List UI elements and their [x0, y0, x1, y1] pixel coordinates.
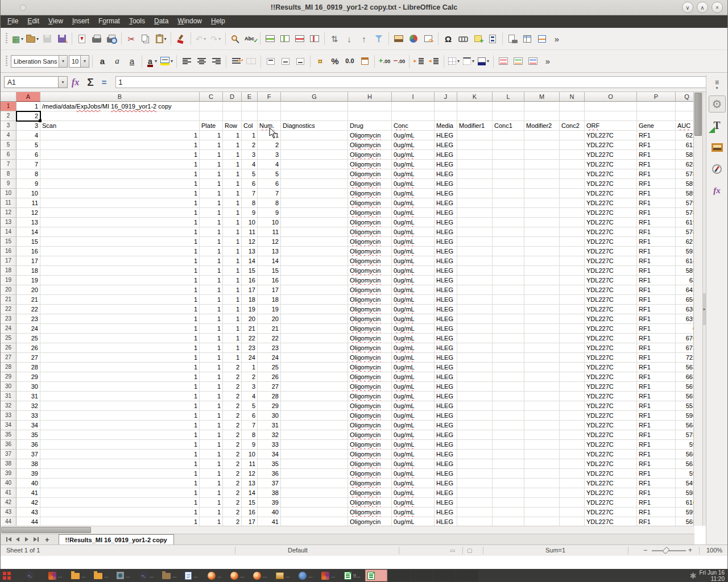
taskbar-firefox-3[interactable]: ... [251, 569, 274, 581]
row-header-15[interactable]: 15 [1, 237, 16, 247]
cell[interactable]: 593 [676, 247, 694, 256]
function-wizard-icon[interactable]: fx [72, 77, 79, 88]
cell[interactable]: 1 [223, 285, 242, 295]
row-header-25[interactable]: 25 [1, 334, 16, 343]
cell[interactable] [281, 421, 348, 430]
cell[interactable]: 1 [200, 488, 223, 498]
cell[interactable]: Oligomycin [348, 218, 392, 227]
cell[interactable]: HLEG [435, 179, 457, 189]
cell[interactable]: 0ug/mL [392, 198, 435, 208]
cell[interactable] [457, 305, 493, 314]
cell[interactable]: AUC [676, 121, 694, 131]
cell[interactable]: 5 [242, 169, 258, 179]
cell[interactable] [493, 382, 524, 392]
cell[interactable]: YDL227C [585, 450, 637, 459]
cell[interactable]: YDL227C [585, 208, 637, 218]
cell[interactable]: YDL227C [585, 479, 637, 488]
cell[interactable] [392, 102, 435, 111]
cell[interactable]: YDL227C [585, 150, 637, 160]
cell[interactable]: 2 [223, 517, 242, 526]
insert-chart-button[interactable] [407, 31, 420, 46]
percent-format-button[interactable]: % [328, 54, 342, 69]
name-box-dropdown-icon[interactable]: ▾ [59, 76, 68, 88]
cell[interactable] [524, 266, 560, 276]
row-header-7[interactable]: 7 [1, 160, 16, 169]
cell[interactable]: 1 [200, 285, 223, 295]
cell[interactable] [281, 430, 348, 440]
cell[interactable]: 0ug/mL [392, 479, 435, 488]
cell[interactable]: 1 [223, 353, 242, 363]
cell[interactable] [493, 343, 524, 353]
cell[interactable]: RF1 [637, 334, 676, 343]
cell[interactable]: 21 [16, 295, 40, 305]
cell[interactable] [524, 411, 560, 421]
row-header-39[interactable]: 39 [1, 469, 16, 479]
cell[interactable] [524, 459, 560, 469]
cell[interactable]: YDL227C [585, 247, 637, 256]
cell[interactable]: Oligomycin [348, 363, 392, 372]
cell[interactable]: 29 [16, 372, 40, 382]
cell[interactable]: 1 [200, 469, 223, 479]
cell[interactable]: HLEG [435, 324, 457, 334]
sidebar-gallery-button[interactable] [709, 139, 726, 156]
cell[interactable]: 19 [258, 305, 281, 314]
copy-button[interactable] [139, 31, 153, 46]
cell[interactable] [524, 372, 560, 382]
cell[interactable]: 20 [16, 285, 40, 295]
row-header-2[interactable]: 2 [1, 111, 16, 121]
cell[interactable] [281, 305, 348, 314]
row-header-9[interactable]: 9 [1, 179, 16, 189]
cell[interactable]: YDL227C [585, 218, 637, 227]
cell[interactable] [524, 421, 560, 430]
cell[interactable]: Oligomycin [348, 169, 392, 179]
cell[interactable]: YDL227C [585, 411, 637, 421]
cell[interactable] [560, 198, 585, 208]
cell[interactable] [493, 392, 524, 401]
cell[interactable]: Oligomycin [348, 517, 392, 526]
cell[interactable] [457, 295, 493, 305]
cell[interactable]: 1 [40, 189, 200, 198]
cell[interactable]: 10 [242, 450, 258, 459]
cell[interactable] [281, 450, 348, 459]
cell[interactable]: 622 [676, 131, 694, 140]
cell[interactable]: 0ug/mL [392, 140, 435, 150]
cell[interactable]: 1 [40, 179, 200, 189]
cell[interactable]: 549 [676, 479, 694, 488]
cell[interactable]: 59 [676, 440, 694, 450]
cell[interactable]: HLEG [435, 285, 457, 295]
cell[interactable]: 1 [40, 392, 200, 401]
cell[interactable] [524, 218, 560, 227]
taskbar-firefox-1[interactable]: ... [206, 569, 228, 581]
cell[interactable] [524, 479, 560, 488]
cell[interactable] [560, 372, 585, 382]
cell[interactable] [560, 276, 585, 285]
cell[interactable]: 1 [40, 459, 200, 469]
cell[interactable]: Diagnostics [281, 121, 348, 131]
taskbar-screenshot-app[interactable]: ... [115, 569, 137, 581]
row-header-8[interactable]: 8 [1, 169, 16, 179]
cell[interactable]: 1 [200, 324, 223, 334]
cell[interactable] [281, 508, 348, 517]
cell[interactable]: 5 [242, 401, 258, 411]
cell[interactable]: 15 [242, 266, 258, 276]
insert-row-button[interactable] [263, 31, 277, 46]
align-center-button[interactable] [195, 54, 208, 69]
cell[interactable]: 9 [242, 440, 258, 450]
cell[interactable]: 1 [40, 208, 200, 218]
column-header-B[interactable]: B [40, 92, 200, 102]
cell[interactable]: 15 [242, 498, 258, 508]
column-header-O[interactable]: O [585, 92, 637, 102]
cell[interactable] [524, 160, 560, 169]
cell[interactable]: 11 [258, 227, 281, 237]
cell[interactable]: 1 [40, 218, 200, 227]
cell[interactable]: HLEG [435, 227, 457, 237]
cell[interactable]: 1 [200, 421, 223, 430]
cell[interactable] [457, 450, 493, 459]
cell[interactable]: HLEG [435, 488, 457, 498]
column-header-J[interactable]: J [435, 92, 457, 102]
cell[interactable] [281, 198, 348, 208]
cell[interactable] [281, 498, 348, 508]
cell[interactable] [524, 247, 560, 256]
cell[interactable]: 2 [223, 382, 242, 392]
cell[interactable] [457, 218, 493, 227]
